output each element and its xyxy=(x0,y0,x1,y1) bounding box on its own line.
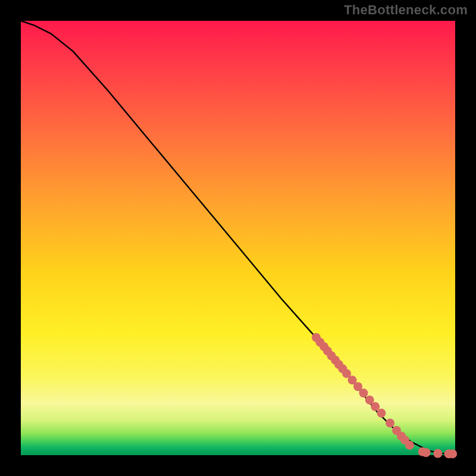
data-point xyxy=(433,449,442,458)
watermark-text: TheBottleneck.com xyxy=(344,2,468,18)
bottleneck-curve xyxy=(21,21,455,454)
plot-area xyxy=(21,21,455,455)
data-point xyxy=(422,448,431,457)
curve-layer xyxy=(21,21,455,455)
data-point xyxy=(405,441,414,450)
data-point xyxy=(448,449,457,458)
data-point xyxy=(377,409,386,418)
data-point xyxy=(371,402,380,411)
highlighted-points xyxy=(312,333,457,459)
chart-frame: TheBottleneck.com xyxy=(0,0,476,476)
data-point xyxy=(359,389,368,397)
data-point xyxy=(386,418,394,427)
